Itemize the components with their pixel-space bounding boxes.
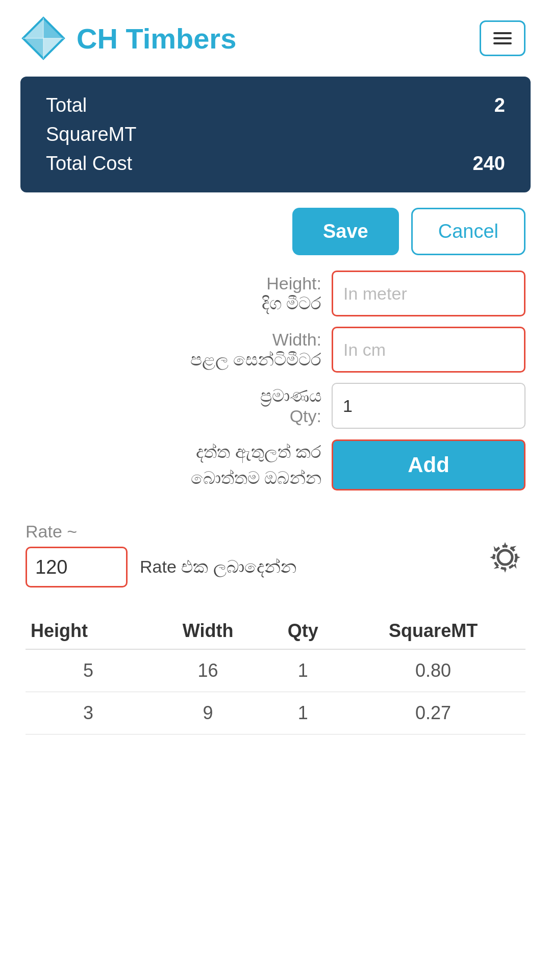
table-row: 3910.27: [26, 692, 525, 734]
rate-section: Rate ~ Rate එක ලබාදෙන්න: [0, 517, 551, 598]
col-qty-header: Qty: [265, 613, 341, 649]
summary-total-row: Total 2: [46, 91, 505, 120]
height-input[interactable]: [332, 271, 525, 316]
total-cost-value: 240: [473, 149, 505, 178]
total-value: 2: [494, 91, 505, 120]
summary-squaremt-row: SquareMT: [46, 120, 505, 149]
logo-area: CH Timbers: [20, 15, 236, 61]
add-label-group: දත්ත ඇතුලත් කර බොත්තම ඔබන්න: [191, 439, 321, 491]
cell-square_mt: 0.80: [341, 649, 525, 692]
rate-header-row: Rate ~ Rate එක ලබාදෙන්න: [26, 522, 525, 587]
rate-left: Rate ~ Rate එක ලබාදෙන්න: [26, 522, 296, 587]
rate-input-row: Rate එක ලබාදෙන්න: [26, 547, 296, 587]
app-title: CH Timbers: [77, 22, 236, 55]
logo-icon: [20, 15, 66, 61]
width-label-group: Width: පළල සෙන්ටිමීටර: [190, 330, 321, 370]
width-label-en: Width:: [190, 330, 321, 350]
add-button[interactable]: Add: [332, 439, 525, 491]
summary-totalcost-row: Total Cost 240: [46, 149, 505, 178]
cell-height: 5: [26, 649, 151, 692]
cell-qty: 1: [265, 692, 341, 734]
svg-marker-3: [43, 38, 64, 59]
width-label-si: පළල සෙන්ටිමීටර: [190, 350, 321, 370]
qty-label-si: ප්‍රමාණය: [260, 386, 321, 406]
table-section: Height Width Qty SquareMT 51610.803910.2…: [0, 598, 551, 734]
app-header: CH Timbers: [0, 0, 551, 71]
total-cost-label: Total Cost: [46, 149, 132, 178]
svg-point-10: [498, 550, 512, 565]
height-row: Height: දිග මීටර: [20, 271, 525, 316]
cancel-button[interactable]: Cancel: [411, 208, 525, 255]
add-label-line2: බොත්තම ඔබන්න: [191, 465, 321, 491]
hamburger-icon: [491, 27, 514, 50]
width-row: Width: පළල සෙන්ටිමීටර: [20, 327, 525, 373]
cell-height: 3: [26, 692, 151, 734]
total-label: Total: [46, 91, 87, 120]
rate-hint: Rate එක ලබාදෙන්න: [140, 557, 296, 577]
svg-marker-4: [23, 38, 43, 59]
svg-marker-2: [23, 18, 43, 38]
col-width-header: Width: [151, 613, 265, 649]
rate-tilde-label: Rate ~: [26, 522, 296, 542]
squaremt-label: SquareMT: [46, 120, 136, 149]
data-table: Height Width Qty SquareMT 51610.803910.2…: [26, 613, 525, 734]
save-button[interactable]: Save: [292, 208, 399, 255]
qty-row: ප්‍රමාණය Qty:: [20, 383, 525, 429]
qty-label-group: ප්‍රමාණය Qty:: [260, 386, 321, 426]
svg-marker-1: [43, 18, 64, 38]
qty-label-en: Qty:: [260, 406, 321, 426]
cell-square_mt: 0.27: [341, 692, 525, 734]
col-height-header: Height: [26, 613, 151, 649]
width-input[interactable]: [332, 327, 525, 373]
action-buttons: Save Cancel: [0, 192, 551, 260]
add-row: දත්ත ඇතුලත් කර බොත්තම ඔබන්න Add: [20, 439, 525, 491]
table-header-row: Height Width Qty SquareMT: [26, 613, 525, 649]
cell-width: 16: [151, 649, 265, 692]
cell-qty: 1: [265, 649, 341, 692]
form-section: Height: දිග මීටර Width: පළල සෙන්ටිමීටර ප…: [0, 260, 551, 517]
rate-input[interactable]: [26, 547, 128, 587]
height-label-group: Height: දිග මීටර: [262, 274, 321, 314]
summary-box: Total 2 SquareMT Total Cost 240: [20, 77, 531, 192]
menu-button[interactable]: [480, 20, 525, 56]
height-label-si: දිග මීටර: [262, 293, 321, 314]
height-label-en: Height:: [262, 274, 321, 293]
gear-icon[interactable]: [485, 537, 525, 578]
cell-width: 9: [151, 692, 265, 734]
add-label-line1: දත්ත ඇතුලත් කර: [191, 439, 321, 465]
qty-input[interactable]: [332, 383, 525, 429]
table-row: 51610.80: [26, 649, 525, 692]
col-squaremt-header: SquareMT: [341, 613, 525, 649]
